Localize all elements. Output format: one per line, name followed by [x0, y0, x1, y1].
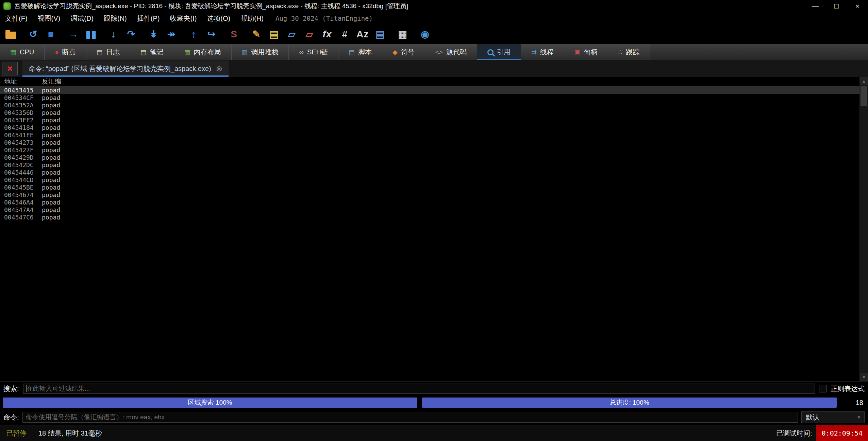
- scroll-down-icon[interactable]: ▼: [860, 373, 868, 381]
- tab-references[interactable]: 引用: [477, 44, 521, 60]
- total-progress-bar: 总进度: 100%: [422, 398, 837, 408]
- maximize-button[interactable]: □: [826, 0, 847, 12]
- trace-over-icon[interactable]: ↠: [163, 27, 180, 42]
- menu-bar: 文件(F)视图(V)调试(D)跟踪(N)插件(P)收藏夹(I)选项(O)帮助(H…: [0, 12, 868, 24]
- minimize-button[interactable]: —: [805, 0, 826, 12]
- tab-close-icon[interactable]: ⊗: [216, 65, 222, 73]
- result-row[interactable]: 0045427Fpopad: [0, 146, 859, 154]
- result-row[interactable]: 004546A4popad: [0, 198, 859, 206]
- tab-cpu[interactable]: ▦CPU: [0, 44, 45, 60]
- tab-source[interactable]: <>源代码: [425, 44, 477, 60]
- menu-debug[interactable]: 调试(D): [65, 12, 99, 24]
- column-header-address[interactable]: 地址: [0, 77, 38, 86]
- trace-into-icon[interactable]: ↡: [145, 27, 163, 42]
- window-controls: — □ ×: [805, 0, 868, 12]
- address-cell: 004544CD: [0, 176, 38, 183]
- calculator-icon[interactable]: ▦: [394, 27, 412, 42]
- result-row[interactable]: 004547C6popad: [0, 213, 859, 221]
- disassembly-cell: popad: [38, 169, 60, 176]
- result-row[interactable]: 00453415popad: [0, 86, 859, 94]
- tab-symbols[interactable]: ◆符号: [382, 44, 425, 60]
- menu-options[interactable]: 选项(O): [202, 12, 235, 24]
- run-to-user-code-icon[interactable]: ↪: [203, 27, 220, 42]
- tab-threads[interactable]: ⇉线程: [521, 44, 564, 60]
- text-caret: [27, 385, 27, 392]
- menu-favourites[interactable]: 收藏夹(I): [165, 12, 202, 24]
- log-page-icon[interactable]: ▤: [371, 27, 389, 42]
- result-row[interactable]: 004544CDpopad: [0, 176, 859, 183]
- result-row[interactable]: 004534CFpopad: [0, 94, 859, 101]
- labels-icon[interactable]: ▱: [283, 27, 301, 42]
- toolbar-separator: [412, 27, 416, 42]
- vertical-scrollbar[interactable]: ▲ ▼: [859, 77, 868, 381]
- step-over-icon[interactable]: ↷: [122, 27, 140, 42]
- menu-plugins[interactable]: 插件(P): [132, 12, 165, 24]
- stop-icon[interactable]: ■: [42, 27, 60, 42]
- tab-log[interactable]: ▤日志: [86, 44, 130, 60]
- menu-trace[interactable]: 跟踪(N): [99, 12, 132, 24]
- hash-icon[interactable]: #: [336, 27, 354, 42]
- address-cell: 00454674: [0, 191, 38, 198]
- result-row[interactable]: 004545BEpopad: [0, 183, 859, 191]
- toolbar: ↺■→▮▮↓↷↡↠↑↪S✎▤▱▱fx#Az▤▦◉: [0, 24, 868, 44]
- fx-icon[interactable]: fx: [318, 27, 336, 42]
- result-row[interactable]: 0045352Apopad: [0, 101, 859, 109]
- address-cell: 004542DC: [0, 161, 38, 169]
- tab-seh-chain[interactable]: ∞SEH链: [289, 44, 338, 60]
- regex-checkbox[interactable]: [819, 385, 827, 392]
- execute-till-return-icon[interactable]: ↑: [185, 27, 203, 42]
- tab-handles[interactable]: ▣句柄: [564, 44, 608, 60]
- menu-file[interactable]: 文件(F): [0, 12, 33, 24]
- command-profile-select[interactable]: 默认 ▾: [801, 411, 865, 423]
- menu-help[interactable]: 帮助(H): [235, 12, 269, 24]
- tab-trace[interactable]: ∴跟踪: [608, 44, 650, 60]
- font-settings-icon[interactable]: Az: [354, 27, 371, 42]
- tab-label: SEH链: [307, 48, 328, 57]
- result-row[interactable]: 0045356Dpopad: [0, 109, 859, 116]
- disassembly-cell: popad: [38, 154, 60, 161]
- menu-view[interactable]: 视图(V): [33, 12, 66, 24]
- reference-tab-bar: × 命令: “popad” (区域 吾爱破解论坛学习脱壳实例_aspack.ex…: [0, 60, 868, 77]
- close-results-button[interactable]: ×: [2, 62, 18, 75]
- scroll-up-icon[interactable]: ▲: [860, 77, 868, 85]
- step-into-icon[interactable]: ↓: [105, 27, 122, 42]
- scroll-thumb[interactable]: [861, 86, 867, 106]
- tab-script[interactable]: ▤脚本: [338, 44, 382, 60]
- result-row[interactable]: 00454674popad: [0, 191, 859, 198]
- result-row[interactable]: 00454184popad: [0, 124, 859, 131]
- result-row[interactable]: 00454446popad: [0, 169, 859, 176]
- open-file-icon[interactable]: [2, 27, 20, 42]
- folder-glyph: [5, 32, 16, 39]
- disassembly-cell: popad: [38, 214, 60, 221]
- reference-tab[interactable]: 命令: “popad” (区域 吾爱破解论坛学习脱壳实例_aspack.exe)…: [22, 60, 229, 77]
- address-cell: 00454273: [0, 139, 38, 146]
- debug-time-label: 已调试时间:: [772, 429, 816, 438]
- tab-notes[interactable]: ▤笔记: [130, 44, 174, 60]
- result-row[interactable]: 004541FEpopad: [0, 131, 859, 139]
- result-row[interactable]: 004542DCpopad: [0, 161, 859, 169]
- close-button[interactable]: ×: [847, 0, 868, 12]
- run-icon[interactable]: →: [65, 27, 82, 42]
- search-input[interactable]: [23, 384, 815, 394]
- disassembly-cell: popad: [38, 124, 60, 131]
- result-row[interactable]: 00453FF2popad: [0, 116, 859, 124]
- assemble-icon[interactable]: ✎: [248, 27, 265, 42]
- skip-exception-icon[interactable]: S: [225, 27, 243, 42]
- tab-memory-map[interactable]: ▦内存布局: [174, 44, 232, 60]
- result-row[interactable]: 004547A4popad: [0, 206, 859, 213]
- column-separator[interactable]: [38, 77, 38, 381]
- patches-icon[interactable]: ▤: [265, 27, 283, 42]
- tab-label: 调用堆栈: [251, 48, 278, 57]
- pause-icon[interactable]: ▮▮: [82, 27, 100, 42]
- tab-call-stack[interactable]: ▥调用堆栈: [232, 44, 289, 60]
- toolbar-separator: [180, 27, 185, 42]
- command-input[interactable]: [22, 412, 798, 423]
- bookmarks-icon[interactable]: ▱: [301, 27, 318, 42]
- restart-icon[interactable]: ↺: [24, 27, 42, 42]
- globe-icon[interactable]: ◉: [416, 27, 434, 42]
- result-row[interactable]: 0045429Dpopad: [0, 154, 859, 161]
- tab-breakpoints[interactable]: ●断点: [45, 44, 86, 60]
- column-header-disassembly[interactable]: 反汇编: [38, 77, 61, 86]
- result-row[interactable]: 00454273popad: [0, 139, 859, 146]
- handles-icon: ▣: [574, 49, 581, 55]
